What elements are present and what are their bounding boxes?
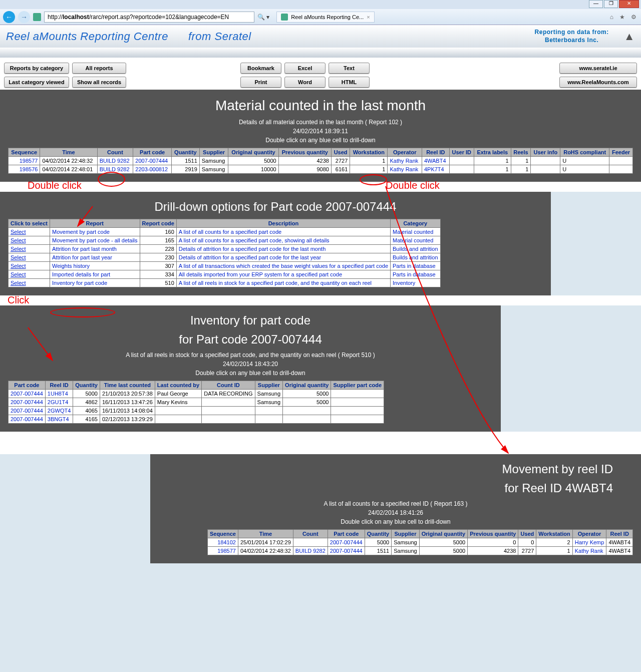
table-row[interactable]: 18410225/01/2014 17:02:292007-0074445000… [207, 538, 632, 547]
excel-button[interactable]: Excel [284, 63, 326, 74]
part-code-cell: 2007-007444 [133, 157, 172, 165]
table-row[interactable]: 2007-0074443BNGT4416502/12/2013 13:29:29 [9, 415, 384, 424]
url-input[interactable]: http://localhost/rarc/report.asp?reportc… [44, 12, 254, 23]
select-link[interactable]: Select [9, 245, 50, 253]
show-all-records-button[interactable]: Show all records [72, 77, 126, 88]
inventory-table: Part codeReel ID QuantityTime last count… [8, 381, 384, 424]
table-row[interactable]: SelectAttrition for part last year230Det… [9, 253, 441, 262]
tab-close-icon[interactable]: × [367, 14, 370, 20]
word-button[interactable]: Word [284, 77, 326, 88]
banner-scroll[interactable]: ▲ [624, 30, 635, 43]
table-row[interactable]: 2007-0074442GU1T4486216/11/2013 13:47:26… [9, 398, 384, 407]
select-link[interactable]: Select [9, 236, 50, 245]
nav-back-button[interactable]: ← [3, 11, 15, 23]
table-row[interactable]: SelectInventory for part code510A list o… [9, 279, 441, 287]
table-row[interactable]: SelectImported details for part334All de… [9, 270, 441, 279]
table-header-row: SequenceTime CountPart code QuantitySupp… [9, 148, 633, 157]
select-link[interactable]: Select [9, 279, 50, 287]
brand-right: from Seratel [188, 30, 251, 43]
report-subtitle: Details of all material counted in the l… [8, 119, 633, 126]
app-banner: Reel aMounts Reporting Centre from Serat… [0, 25, 641, 48]
table-row[interactable]: 198577 04/02/2014 22:48:32 BUILD 9282 20… [9, 157, 633, 165]
table-row[interactable]: 19857704/02/2014 22:48:32BUILD 92822007-… [207, 547, 632, 555]
table-row[interactable]: SelectMovement by part code - all detail… [9, 236, 441, 245]
annotation-double-click-1: Double click [28, 180, 82, 191]
select-link[interactable]: Select [9, 262, 50, 270]
inventory-panel: Inventory for part code for Part code 20… [0, 305, 501, 432]
table-row[interactable]: 2007-0074442GWQT4406516/11/2013 14:08:04 [9, 407, 384, 415]
movement-title-2: for Reel ID 4WABT4 [158, 481, 633, 495]
tab-favicon [281, 14, 288, 21]
material-table: SequenceTime CountPart code QuantitySupp… [8, 148, 633, 174]
seratel-link-button[interactable]: www.seratel.ie [559, 63, 637, 74]
brand-left: Reel aMounts Reporting Centre [6, 30, 168, 43]
site-favicon [33, 13, 41, 21]
gear-icon[interactable]: ⚙ [629, 14, 638, 21]
html-button[interactable]: HTML [329, 77, 370, 88]
tab-title: Reel aMounts Reporting Ce... [291, 14, 364, 20]
select-link[interactable]: Select [9, 253, 50, 262]
reelamounts-link-button[interactable]: www.ReelaMounts.com [559, 77, 637, 88]
all-reports-button[interactable]: All reports [72, 63, 126, 74]
reporting-from: Reporting on data from: Betterboards Inc… [535, 29, 609, 44]
browser-address-bar: ← → http://localhost/rarc/report.asp?rep… [0, 9, 641, 25]
search-icon[interactable]: 🔍 ▾ [257, 14, 269, 21]
table-row[interactable]: 198576 04/02/2014 22:48:01 BUILD 9282 22… [9, 165, 633, 174]
browser-tab[interactable]: Reel aMounts Reporting Ce... × [276, 12, 374, 23]
favorites-icon[interactable]: ★ [618, 14, 626, 21]
drilldown-title: Drill-down options for Part code 2007-00… [8, 200, 543, 214]
report-title: Material counted in the last month [8, 98, 633, 114]
reel-id-cell: 4WABT4 [422, 157, 449, 165]
table-row[interactable]: SelectWeights history307A list of all tr… [9, 262, 441, 270]
reports-by-category-button[interactable]: Reports by category [4, 63, 69, 74]
annotation-click: Click [8, 294, 29, 306]
sys-max[interactable]: ❐ [604, 0, 618, 8]
sys-min[interactable]: — [589, 0, 603, 8]
table-row[interactable]: 2007-0074441UH8T4500021/10/2013 20:57:38… [9, 390, 384, 398]
movement-panel: Movement by reel ID for Reel ID 4WABT4 A… [150, 454, 641, 563]
text-button[interactable]: Text [329, 63, 370, 74]
select-link[interactable]: Select [9, 228, 50, 236]
movement-table: SequenceTime CountPart code QuantitySupp… [207, 529, 633, 555]
nav-forward-button[interactable]: → [18, 11, 30, 23]
annotation-double-click-2: Double click [386, 180, 440, 191]
movement-title-1: Movement by reel ID [158, 462, 633, 476]
table-row[interactable]: SelectAttrition for part last month228De… [9, 245, 441, 253]
print-button[interactable]: Print [240, 77, 281, 88]
select-link[interactable]: Select [9, 270, 50, 279]
report-main-panel: Material counted in the last month Detai… [0, 90, 641, 182]
inventory-title-2: for Part code 2007-007444 [8, 332, 493, 347]
drilldown-table: Click to selectReport Report codeDescrip… [8, 219, 441, 287]
sys-close[interactable]: ✕ [619, 0, 639, 8]
home-icon[interactable]: ⌂ [608, 14, 615, 21]
report-hint: Double click on any blue cell to drill-d… [8, 137, 633, 144]
report-timestamp: 24/02/2014 18:39:11 [8, 128, 633, 135]
bookmark-button[interactable]: Bookmark [240, 63, 281, 74]
command-toolbar: Reports by category All reports Last cat… [0, 58, 641, 90]
table-row[interactable]: SelectMovement by part code160A list of … [9, 228, 441, 236]
last-category-viewed-button[interactable]: Last category viewed [4, 77, 69, 88]
inventory-title-1: Inventory for part code [8, 313, 493, 327]
drilldown-panel: Drill-down options for Part code 2007-00… [0, 192, 551, 295]
